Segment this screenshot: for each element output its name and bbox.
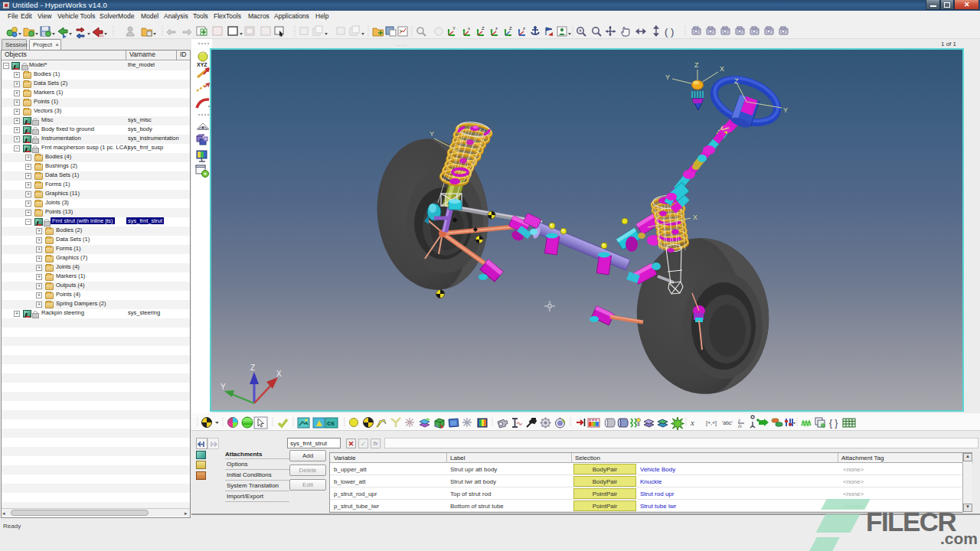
svg-text:Z: Z	[250, 364, 255, 372]
svg-text:Y: Y	[452, 26, 456, 31]
svg-text:Y: Y	[783, 106, 788, 114]
svg-text:Z: Z	[694, 61, 699, 69]
svg-text:Y: Y	[665, 73, 670, 81]
svg-text:XYZ: XYZ	[197, 62, 207, 67]
svg-text:Y: Y	[220, 383, 226, 391]
svg-text:Z: Z	[509, 26, 512, 31]
svg-text:{ }: { }	[829, 418, 838, 429]
svg-text:x: x	[690, 418, 694, 427]
svg-text:x: x	[468, 26, 470, 31]
svg-text:X: X	[276, 370, 282, 378]
svg-text:PPT: PPT	[98, 34, 104, 38]
svg-text:Z: Z	[482, 26, 485, 31]
svg-text:[+,+]: [+,+]	[706, 420, 717, 426]
svg-text:X: X	[720, 65, 724, 73]
svg-text:z: z	[523, 26, 525, 31]
svg-text:Z: Z	[734, 77, 739, 85]
svg-text:( ): ( )	[665, 26, 674, 37]
svg-text:z: z	[495, 26, 498, 31]
svg-text:X: X	[693, 214, 697, 221]
svg-text:∂t: ∂t	[738, 424, 742, 429]
svg-text:cs: cs	[327, 419, 335, 427]
svg-text:∂: ∂	[738, 419, 740, 423]
svg-text:Y: Y	[430, 130, 434, 138]
svg-text:'abc': 'abc'	[722, 420, 733, 425]
